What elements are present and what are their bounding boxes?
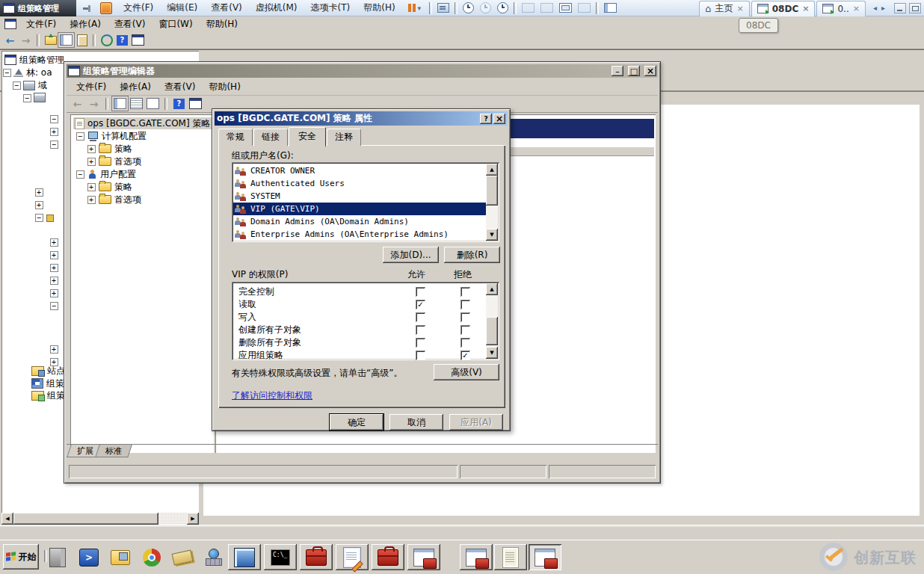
taskbar-button-console1[interactable] (407, 544, 440, 570)
maximize-icon[interactable] (628, 66, 640, 76)
vm-menu-help[interactable]: 帮助(H) (357, 0, 401, 16)
tab-home[interactable]: ⌂ 主页 × (699, 1, 749, 16)
learn-link[interactable]: 了解访问控制和权限 (232, 389, 312, 402)
pause-button[interactable]: ▾ (408, 4, 422, 12)
permissions-scrollbar[interactable]: ▲ ▼ (486, 283, 498, 359)
expander[interactable] (35, 201, 43, 209)
allow-checkbox[interactable] (416, 300, 425, 309)
cancel-button[interactable]: 取消 (389, 414, 443, 430)
vm-menu-file[interactable]: 文件(F) (117, 0, 160, 16)
refresh-icon[interactable] (99, 34, 114, 46)
scroll-left-icon[interactable]: ◀ (1, 513, 13, 525)
tab-other-vm[interactable]: 0.. × (816, 1, 865, 16)
tab-scroll-arrows[interactable]: ◂ ▸ (873, 4, 885, 12)
scroll-up-icon[interactable]: ▲ (486, 283, 498, 295)
show-console-tree-icon[interactable] (59, 34, 73, 46)
quicklaunch-server-manager[interactable] (46, 546, 69, 569)
expander-domains[interactable] (13, 81, 21, 90)
fullscreen-icon[interactable] (559, 3, 572, 13)
tab-security[interactable]: 安全 (289, 127, 326, 146)
up-one-level-icon[interactable] (43, 34, 58, 46)
quicklaunch-explorer[interactable] (109, 546, 132, 569)
advanced-button[interactable]: 高级(V) (434, 364, 499, 380)
list-item[interactable]: Domain Admins (OA\Domain Admins) (233, 215, 486, 228)
expander[interactable] (50, 264, 58, 272)
expander-computer-policy[interactable] (87, 145, 96, 153)
close-icon[interactable] (493, 114, 505, 124)
expander-domain-node[interactable] (23, 94, 31, 102)
tree-item-domain[interactable]: 域 (23, 79, 47, 91)
add-button[interactable]: 添加(D)... (383, 247, 439, 263)
tree-item-gpo-root[interactable]: ops [BGDC.GATE.COM] 策略 (73, 117, 212, 129)
expander[interactable] (35, 214, 43, 222)
taskbar-button-notepad[interactable] (336, 544, 369, 570)
tree-item-gp-results[interactable]: 组策 (31, 389, 65, 401)
gpme-menu-view[interactable]: 查看(V) (158, 79, 203, 94)
expander-user-policy[interactable] (87, 183, 96, 191)
expander[interactable] (35, 188, 43, 197)
tab-08dc[interactable]: 08DC × (751, 1, 816, 16)
list-item[interactable]: CREATOR OWNER (233, 164, 486, 177)
expander-user-pref[interactable] (87, 196, 96, 204)
taskbar-button-cmd[interactable]: C:\_ (264, 544, 297, 570)
scrollbar-thumb[interactable] (486, 317, 498, 345)
close-icon[interactable]: × (737, 4, 744, 13)
tree-item-user-policy[interactable]: 策略 (99, 181, 132, 193)
library-sidebar-icon[interactable] (604, 3, 617, 13)
allow-checkbox[interactable] (416, 312, 425, 322)
toolbar-restore-icon[interactable] (909, 3, 921, 13)
gpmc-menu-view[interactable]: 查看(V) (108, 16, 153, 31)
tab-general[interactable]: 常规 (218, 129, 253, 146)
quicklaunch-ad[interactable] (202, 546, 224, 569)
snapshot-manager-icon[interactable] (497, 2, 508, 13)
taskbar-button-scroll[interactable] (494, 544, 527, 570)
deny-checkbox[interactable] (461, 312, 470, 322)
expander[interactable] (50, 289, 58, 297)
tab-links[interactable]: 链接 (253, 129, 288, 146)
taskbar-button-console2[interactable] (460, 544, 493, 570)
snapshot-take-icon[interactable] (463, 2, 474, 13)
forward-icon[interactable]: → (19, 34, 33, 46)
expander[interactable] (50, 141, 58, 149)
allow-checkbox[interactable] (416, 325, 425, 335)
expander[interactable] (50, 345, 58, 354)
gpme-menu-file[interactable]: 文件(F) (70, 79, 113, 94)
toolbar-minimize-icon[interactable] (894, 3, 906, 13)
start-button[interactable]: 开始 (3, 544, 39, 570)
back-icon[interactable]: ← (3, 34, 17, 46)
tab-scroll-left-icon[interactable]: ◂ (873, 4, 877, 12)
ctrl-alt-del-icon[interactable] (437, 3, 449, 13)
close-icon[interactable]: × (802, 4, 809, 13)
scroll-down-icon[interactable]: ▼ (486, 229, 498, 241)
expander[interactable] (50, 238, 58, 247)
new-window-icon[interactable] (131, 34, 145, 46)
close-icon[interactable]: × (853, 4, 860, 13)
expander[interactable] (50, 277, 58, 285)
expander[interactable] (50, 115, 58, 123)
tree-item-computer-pref[interactable]: 首选项 (99, 155, 141, 167)
quicklaunch-powershell[interactable]: > (78, 546, 100, 569)
close-icon[interactable] (644, 66, 656, 76)
group-list-scrollbar[interactable]: ▲ ▼ (486, 164, 498, 241)
gpmc-horizontal-scrollbar[interactable]: ◀ ▶ (1, 513, 199, 525)
scroll-down-icon[interactable]: ▼ (486, 347, 498, 359)
tab-comment[interactable]: 注释 (327, 129, 361, 146)
scrollbar-thumb[interactable] (486, 176, 498, 206)
gpme-menu-help[interactable]: 帮助(H) (202, 79, 247, 94)
tab-standard[interactable]: 标准 (95, 445, 132, 457)
gpmc-menu-help[interactable]: 帮助(H) (200, 16, 244, 31)
gpmc-menu-action[interactable]: 操作(A) (63, 16, 108, 31)
scroll-right-icon[interactable]: ▶ (187, 513, 199, 525)
tree-item-computer-policy[interactable]: 策略 (99, 143, 132, 155)
tree-item-gp-modeling[interactable]: 组策 (31, 377, 64, 389)
allow-checkbox[interactable] (416, 287, 425, 297)
ok-button[interactable]: 确定 (330, 414, 384, 430)
vm-menu-view[interactable]: 查看(V) (204, 0, 249, 16)
help-icon[interactable] (480, 114, 492, 124)
list-item[interactable]: VIP (GATE\VIP) (233, 203, 486, 215)
expander[interactable] (50, 251, 58, 259)
deny-checkbox[interactable] (461, 325, 470, 335)
taskbar-button-gpmc-active[interactable] (529, 544, 561, 570)
expander-computer-pref[interactable] (87, 158, 96, 166)
deny-checkbox[interactable] (461, 300, 470, 309)
